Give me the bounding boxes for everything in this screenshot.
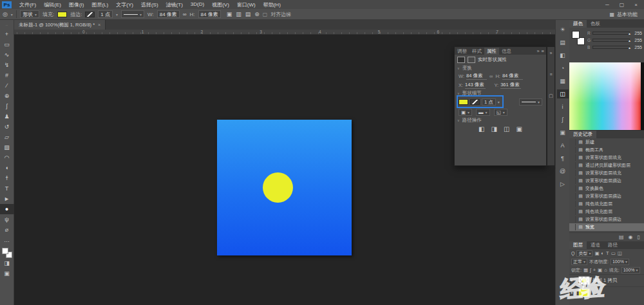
blend-mode-select[interactable]: 正常 ▾ [571, 259, 587, 265]
menu-item[interactable]: 窗口(W) [233, 1, 260, 8]
lock-all-icon[interactable]: ⌂ [604, 267, 607, 273]
stroke-type-select[interactable]: ▾ [121, 10, 144, 18]
move-tool-icon[interactable]: + [0, 29, 14, 39]
clone-stamp-tool-icon[interactable]: ♟ [0, 111, 14, 122]
color-slider-track[interactable] [592, 39, 630, 42]
history-source-checkbox[interactable] [569, 170, 576, 176]
transform-section-header[interactable]: ∨ 变换 [455, 64, 546, 71]
history-source-checkbox[interactable] [569, 208, 576, 215]
dock-panel-icon[interactable]: ▢ [549, 93, 553, 98]
x-value-field[interactable]: 143 像素 [465, 82, 486, 89]
history-source-checkbox[interactable] [569, 147, 576, 153]
fill-color-swatch[interactable] [57, 12, 67, 17]
menu-item[interactable]: 选择(S) [137, 1, 162, 8]
shape-height-input[interactable]: 84 像素 [198, 10, 221, 18]
document-tab[interactable]: 未标题-1 @ 100%(椭圆 1, RGB/8) * × [14, 20, 106, 30]
new-snapshot-icon[interactable]: ◉ [629, 234, 633, 240]
history-source-checkbox[interactable] [569, 185, 576, 192]
glyphs-panel-icon[interactable]: @ [557, 167, 569, 176]
stroke-option-select[interactable]: ▬ ▾ [476, 109, 490, 116]
minimize-icon[interactable]: ─ [605, 2, 609, 8]
properties-tab[interactable]: 信息 [499, 48, 514, 55]
align-edges-checkbox[interactable]: ▢ [263, 12, 268, 17]
dodge-tool-icon[interactable]: ◖ [0, 163, 14, 173]
stroke-width-input[interactable]: 1 点 [98, 10, 113, 18]
properties-tab[interactable]: 调整 [455, 48, 469, 55]
history-state-row[interactable]: ▤ 设置形状图层填充 [569, 154, 644, 162]
properties-tab[interactable]: 属性 [484, 48, 499, 55]
history-source-checkbox[interactable] [569, 154, 576, 161]
link-wh-icon[interactable]: ∞ [489, 73, 493, 79]
history-state-row[interactable]: ▤ 通过拷贝新建形状图层 [569, 162, 644, 169]
panel-menu-icon[interactable]: ≡ [542, 48, 544, 54]
timeline-icon[interactable]: ▷ [557, 180, 569, 189]
adjustments-icon[interactable]: ☀ [557, 25, 569, 34]
tool-mode-select[interactable]: 形状 ▾ [20, 10, 39, 18]
character-panel-icon[interactable]: A [557, 141, 569, 150]
stroke-color-swatch[interactable] [85, 12, 95, 17]
menu-item[interactable]: 文件(F) [15, 1, 40, 8]
filter-adjustment-layers-icon[interactable]: ◐ [601, 250, 605, 256]
ellipse-shape-tool-icon[interactable]: ● [0, 204, 14, 214]
stroke-option-select[interactable]: ◱ ▾ [494, 109, 507, 116]
brush-tool-icon[interactable]: ʃ [0, 101, 14, 111]
lasso-tool-icon[interactable]: ∿ [0, 50, 14, 60]
layers-panel-tab[interactable]: 路径 [604, 241, 621, 249]
quick-mask-icon[interactable]: ◨ [0, 258, 14, 268]
foreground-background-swatches[interactable] [2, 248, 12, 258]
stroke-width-dropdown-icon[interactable]: ▾ [116, 12, 118, 17]
delete-state-icon[interactable]: ▯ [638, 234, 640, 240]
w-value-field[interactable]: 84 像素 [466, 73, 487, 80]
history-source-checkbox[interactable] [569, 193, 576, 199]
stroke-type-select[interactable]: ▾ [519, 98, 542, 106]
slider-thumb-icon[interactable]: ▲ [628, 39, 631, 42]
edit-toolbar-icon[interactable]: … [0, 235, 14, 245]
hand-tool-icon[interactable]: ψ [0, 214, 14, 225]
filter-type-layers-icon[interactable]: T [606, 250, 609, 256]
history-state-row[interactable]: ▤ 纯色填充图层 [569, 200, 644, 208]
history-state-row[interactable]: ▤ 设置形状图层填充 [569, 169, 644, 177]
path-selection-tool-icon[interactable]: ► [0, 194, 14, 204]
menu-item[interactable]: 帮助(H) [260, 1, 285, 8]
eraser-tool-icon[interactable]: ▱ [0, 132, 14, 142]
clone-source-icon[interactable]: ▣ [557, 128, 569, 137]
history-state-row[interactable]: ▤ 预览 [569, 223, 644, 231]
filter-pixel-layers-icon[interactable]: ▣ [594, 250, 599, 256]
eyedropper-tool-icon[interactable]: ∕ [0, 80, 14, 91]
h-value-field[interactable]: 84 像素 [502, 73, 523, 80]
foreground-color-swatch[interactable] [2, 248, 8, 254]
history-source-checkbox[interactable] [569, 201, 576, 207]
zoom-tool-icon[interactable]: ⌀ [0, 225, 14, 235]
layer-filter-select[interactable]: 类型 ▾ [576, 250, 592, 257]
restore-icon[interactable]: ▢ [620, 2, 625, 8]
menu-item[interactable]: 3D(D) [187, 1, 208, 8]
levels-icon[interactable]: ▦ [557, 77, 569, 86]
properties-icon[interactable]: ◫ [557, 89, 569, 98]
layers-panel-tab[interactable]: 图层 [569, 241, 587, 249]
brush-settings-icon[interactable]: ʃ [557, 115, 569, 124]
blur-tool-icon[interactable]: ◠ [0, 152, 14, 163]
history-source-checkbox[interactable] [569, 139, 576, 145]
color-fg-bg-swatches[interactable] [572, 31, 585, 45]
slider-thumb-icon[interactable]: ▲ [628, 32, 631, 35]
history-state-row[interactable]: ▤ 设置形状图层描边 [569, 192, 644, 200]
history-state-row[interactable]: ▤ 交换颜色 [569, 185, 644, 192]
navigator-icon[interactable]: ◧ [557, 51, 569, 60]
shape-width-input[interactable]: 84 像素 [157, 10, 180, 18]
history-state-row[interactable]: ▤ 设置形状图层描边 [569, 216, 644, 223]
document-canvas-blue-square[interactable] [217, 120, 352, 255]
subtract-front-shape-icon[interactable]: ◨ [491, 125, 497, 133]
workspace-switcher[interactable]: ▦ 基本功能 [609, 11, 644, 18]
close-icon[interactable]: × [634, 2, 638, 8]
history-brush-tool-icon[interactable]: ↺ [0, 122, 14, 132]
foreground-color-swatch[interactable] [572, 31, 580, 39]
stroke-option-select[interactable]: ▣ ▾ [459, 109, 472, 116]
properties-tab[interactable]: 样式 [469, 48, 484, 55]
menu-item[interactable]: 视图(V) [208, 1, 233, 8]
opacity-input[interactable]: 100% ▾ [611, 259, 629, 265]
menu-item[interactable]: 编辑(E) [40, 1, 65, 8]
dock-panel-icon[interactable]: ≡ [549, 72, 552, 77]
color-slider-track[interactable] [592, 46, 630, 49]
gradient-tool-icon[interactable]: ▨ [0, 142, 14, 152]
tab-close-icon[interactable]: × [98, 22, 100, 28]
